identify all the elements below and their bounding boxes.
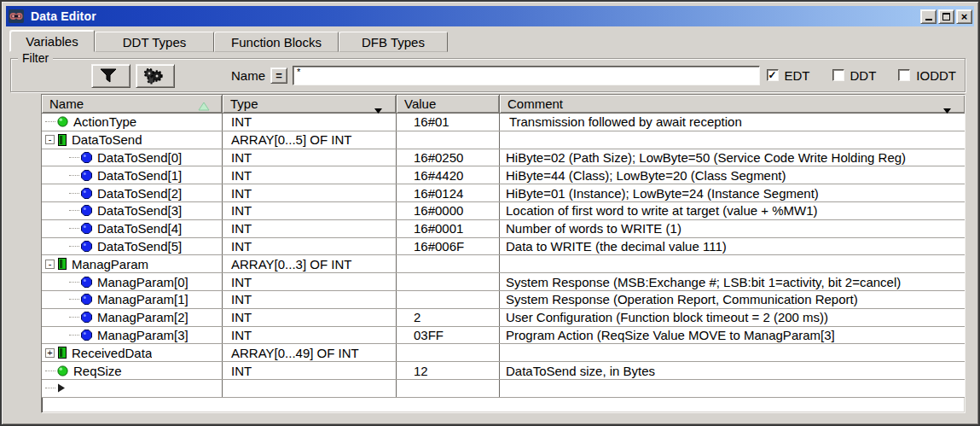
value-cell[interactable]: 16#0124 <box>397 184 500 201</box>
table-row[interactable]: DataToSend[5]INT16#006FData to WRITE (th… <box>42 238 965 256</box>
table-row[interactable]: ActionTypeINT16#01 Transmission followed… <box>42 114 965 131</box>
table-row[interactable]: DataToSend[4]INT16#0001Number of words t… <box>42 220 965 238</box>
type-cell[interactable]: ARRAY[0...3] OF INT <box>223 255 397 272</box>
table-row[interactable]: ReqSizeINT12DataToSend size, in Bytes <box>42 362 965 380</box>
table-row[interactable]: ManagParam[3]INT03FFProgram Action (ReqS… <box>42 327 965 345</box>
comment-cell[interactable]: User Configuration (Function block timeo… <box>500 309 965 326</box>
collapse-toggle[interactable]: - <box>45 260 55 269</box>
apply-filter-button[interactable] <box>91 64 130 88</box>
name-cell[interactable]: DataToSend[1] <box>42 166 223 184</box>
value-cell[interactable]: 03FF <box>397 327 500 344</box>
value-cell[interactable]: 16#4420 <box>397 166 500 184</box>
type-cell[interactable] <box>223 380 397 397</box>
value-cell[interactable]: 16#0250 <box>397 149 500 166</box>
comment-cell[interactable]: DataToSend size, in Bytes <box>500 362 965 379</box>
collapse-toggle[interactable]: - <box>45 135 55 144</box>
table-row[interactable] <box>42 380 965 398</box>
type-cell[interactable]: ARRAY[0...5] OF INT <box>223 131 397 149</box>
value-cell[interactable]: 16#0001 <box>397 220 500 237</box>
type-cell[interactable]: INT <box>223 238 397 255</box>
value-cell[interactable]: 2 <box>397 309 500 326</box>
type-cell[interactable]: INT <box>223 184 397 201</box>
comment-cell[interactable]: HiByte=01 (Instance); LowByte=24 (Instan… <box>500 184 965 201</box>
expand-toggle[interactable]: + <box>45 348 55 358</box>
table-row[interactable]: DataToSend[0]INT16#0250HiByte=02 (Path S… <box>42 149 965 167</box>
value-cell[interactable] <box>397 255 500 272</box>
name-cell[interactable]: DataToSend[4] <box>42 220 223 237</box>
comment-cell[interactable]: Number of words to WRITE (1) <box>500 220 965 237</box>
value-cell[interactable]: 16#006F <box>397 238 500 255</box>
comment-cell[interactable]: HiByte=44 (Class); LowByte=20 (Class Seg… <box>500 166 965 184</box>
type-cell[interactable]: INT <box>223 149 397 166</box>
type-cell[interactable]: INT <box>223 114 397 131</box>
comment-cell[interactable]: System Response (Operation Report, Commu… <box>500 291 965 308</box>
filter-settings-button[interactable] <box>136 64 175 88</box>
table-row[interactable]: ManagParam[1]INTSystem Response (Operati… <box>42 291 965 309</box>
comment-cell[interactable]: Location of first word to write at targe… <box>500 202 965 219</box>
name-cell[interactable]: DataToSend[0] <box>42 149 223 166</box>
value-cell[interactable] <box>397 380 500 397</box>
tab-dfb-types[interactable]: DFB Types <box>339 32 448 52</box>
table-row[interactable]: -ManagParamARRAY[0...3] OF INT <box>42 255 965 273</box>
name-cell[interactable]: DataToSend[5] <box>42 238 223 255</box>
comment-cell[interactable]: Transmission followed by await reception <box>500 114 965 131</box>
edt-checkbox[interactable]: ✓ <box>767 69 779 81</box>
title-bar[interactable]: Data Editor × <box>6 6 974 26</box>
type-cell[interactable]: INT <box>223 362 397 379</box>
tab-function-blocks[interactable]: Function Blocks <box>214 32 339 52</box>
table-row[interactable]: -DataToSendARRAY[0...5] OF INT <box>42 131 965 149</box>
type-cell[interactable]: ARRAY[0...49] OF INT <box>223 344 397 361</box>
comment-cell[interactable]: System Response (MSB:Exchange #; LSB:bit… <box>500 273 965 290</box>
table-row[interactable]: DataToSend[1]INT16#4420HiByte=44 (Class)… <box>42 166 965 184</box>
name-cell[interactable]: ManagParam[0] <box>42 273 223 290</box>
name-cell[interactable]: ManagParam[2] <box>42 309 223 326</box>
value-cell[interactable]: 16#0000 <box>397 202 500 219</box>
ioddt-checkbox[interactable] <box>898 69 910 81</box>
maximize-button[interactable] <box>938 9 954 24</box>
name-cell[interactable]: DataToSend[2] <box>42 184 223 201</box>
type-cell[interactable]: INT <box>223 202 397 219</box>
type-filter-dropdown-icon[interactable] <box>374 102 382 116</box>
type-cell[interactable]: INT <box>223 273 397 290</box>
equals-operator-button[interactable]: = <box>270 67 287 84</box>
value-cell[interactable] <box>397 131 500 149</box>
comment-cell[interactable] <box>500 255 965 272</box>
column-header-name[interactable]: Name <box>42 95 223 114</box>
comment-cell[interactable]: HiByte=02 (Path Size); LowByte=50 (Servi… <box>500 149 965 166</box>
ddt-checkbox[interactable] <box>832 69 844 81</box>
type-cell[interactable]: INT <box>223 220 397 237</box>
comment-cell[interactable] <box>500 131 965 149</box>
column-header-comment[interactable]: Comment <box>500 95 965 114</box>
tab-variables[interactable]: Variables <box>9 30 95 52</box>
tab-ddt-types[interactable]: DDT Types <box>95 32 214 52</box>
value-cell[interactable] <box>397 291 500 308</box>
table-row[interactable]: ManagParam[2]INT2User Configuration (Fun… <box>42 309 965 327</box>
name-cell[interactable]: -DataToSend <box>42 131 223 149</box>
name-filter-input[interactable] <box>293 66 760 85</box>
type-cell[interactable]: INT <box>223 291 397 308</box>
name-cell[interactable]: DataToSend[3] <box>42 202 223 219</box>
type-cell[interactable]: INT <box>223 327 397 344</box>
name-cell[interactable]: ManagParam[1] <box>42 291 223 308</box>
table-row[interactable]: +ReceivedDataARRAY[0...49] OF INT <box>42 344 965 362</box>
comment-cell[interactable] <box>500 380 965 397</box>
type-cell[interactable]: INT <box>223 166 397 184</box>
comment-cell[interactable]: Data to WRITE (the decimal value 111) <box>500 238 965 255</box>
minimize-button[interactable] <box>920 9 937 24</box>
name-cell[interactable]: +ReceivedData <box>42 344 223 361</box>
value-cell[interactable] <box>397 344 500 361</box>
type-cell[interactable]: INT <box>223 309 397 326</box>
comment-filter-dropdown-icon[interactable] <box>943 102 951 116</box>
comment-cell[interactable] <box>500 344 965 361</box>
value-cell[interactable] <box>397 273 500 290</box>
column-header-type[interactable]: Type <box>223 95 397 114</box>
name-cell[interactable]: ActionType <box>42 114 223 131</box>
value-cell[interactable]: 16#01 <box>397 114 500 131</box>
name-cell[interactable] <box>42 380 223 397</box>
value-cell[interactable]: 12 <box>397 362 500 379</box>
table-row[interactable]: DataToSend[2]INT16#0124HiByte=01 (Instan… <box>42 184 965 202</box>
comment-cell[interactable]: Program Action (ReqSize Value MOVE to Ma… <box>500 327 965 344</box>
column-header-value[interactable]: Value <box>397 95 500 114</box>
name-cell[interactable]: ManagParam[3] <box>42 327 223 344</box>
table-row[interactable]: ManagParam[0]INTSystem Response (MSB:Exc… <box>42 273 965 291</box>
